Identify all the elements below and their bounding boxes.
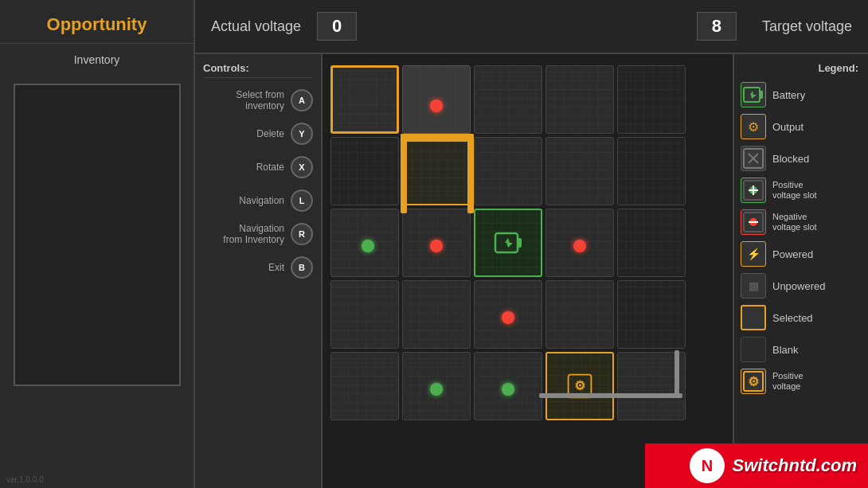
legend-battery: Battery: [741, 82, 862, 107]
controls-panel: Controls: Select frominventory A Delete …: [195, 54, 323, 488]
battery-legend-svg: [742, 84, 764, 106]
cell-2-3[interactable]: [545, 209, 614, 277]
legend-battery-icon: [741, 82, 766, 107]
wire-h-top: [401, 134, 474, 142]
legend-blocked-label: Blocked: [772, 153, 809, 165]
sidebar: Opportunity Inventory ver.1.0.0.0: [0, 0, 195, 488]
control-rotate-label: Rotate: [203, 162, 291, 173]
legend-unpowered: ▦ Unpowered: [741, 273, 862, 299]
legend-neg-slot-icon: [741, 209, 766, 235]
svg-rect-5: [760, 91, 763, 99]
grid: ⚙: [330, 65, 686, 420]
control-navigation-label: Navigation: [203, 195, 291, 206]
circuit-grid: ⚙: [330, 62, 686, 420]
pos-voltage-svg: ⚙: [742, 370, 764, 392]
control-exit-label: Exit: [203, 262, 291, 273]
svg-text:⚙: ⚙: [748, 375, 759, 388]
cell-2-4[interactable]: [617, 209, 686, 277]
controls-title: Controls:: [203, 62, 313, 78]
sidebar-title: Opportunity: [0, 0, 194, 44]
neg-slot-svg: [742, 211, 764, 233]
cell-2-1[interactable]: [402, 209, 471, 277]
wire-v-right: [467, 134, 474, 213]
legend-pos-voltage: ⚙ Positivevoltage: [741, 369, 862, 394]
wire-v-left: [401, 134, 407, 213]
legend-unpowered-label: Unpowered: [772, 280, 826, 292]
control-exit-key[interactable]: B: [291, 256, 313, 279]
control-nav-inventory-key[interactable]: R: [291, 223, 313, 245]
legend-blocked-icon: [741, 146, 766, 171]
control-navigation-key[interactable]: L: [291, 189, 313, 212]
svg-text:⚙: ⚙: [574, 378, 585, 392]
control-navigation: Navigation L: [203, 189, 313, 212]
control-delete-label: Delete: [203, 128, 291, 139]
actual-voltage-value: 0: [317, 12, 357, 41]
grid-area: ⚙: [323, 54, 733, 488]
legend-pos-voltage-label: Positivevoltage: [772, 371, 803, 392]
cell-0-1[interactable]: [402, 65, 471, 134]
cell-4-0[interactable]: [330, 352, 399, 420]
header-bar: Actual voltage 0 8 Target voltage: [195, 0, 868, 54]
cell-4-2[interactable]: [474, 352, 542, 420]
cell-2-0[interactable]: [330, 209, 399, 277]
wire-v-gray-right: [674, 350, 679, 398]
control-delete-key[interactable]: Y: [291, 123, 313, 145]
svg-text:N: N: [701, 457, 712, 474]
pos-slot-svg: [742, 179, 764, 201]
legend-selected: Selected: [741, 305, 862, 330]
cell-1-1[interactable]: [402, 137, 471, 205]
cell-0-3[interactable]: [545, 65, 614, 134]
cell-3-1[interactable]: [402, 280, 471, 349]
control-select: Select frominventory A: [203, 89, 313, 111]
cell-1-3[interactable]: [545, 137, 614, 205]
legend-unpowered-icon: ▦: [741, 273, 766, 299]
legend-output-label: Output: [772, 121, 803, 133]
inventory-button[interactable]: Inventory: [65, 44, 130, 76]
cell-2-2[interactable]: [474, 209, 542, 277]
cell-0-0[interactable]: [330, 65, 399, 134]
cell-1-4[interactable]: [617, 137, 686, 205]
legend-output: ⚙ Output: [741, 114, 862, 139]
cell-3-3[interactable]: [545, 280, 614, 349]
blocked-icon-svg: [742, 147, 764, 170]
legend-powered-icon: ⚡: [741, 241, 766, 267]
target-voltage-label: Target voltage: [762, 18, 852, 35]
target-voltage-value: 8: [697, 12, 737, 41]
cell-1-0[interactable]: [330, 137, 399, 205]
control-delete: Delete Y: [203, 123, 313, 145]
legend-pos-slot-icon: [741, 178, 766, 203]
content-area: Controls: Select frominventory A Delete …: [195, 54, 868, 488]
wire-h-gray: [539, 393, 682, 398]
control-rotate-key[interactable]: X: [291, 156, 313, 178]
cell-0-2[interactable]: [474, 65, 542, 134]
cell-3-0[interactable]: [330, 280, 399, 349]
legend-blank: Blank: [741, 337, 862, 362]
control-exit: Exit B: [203, 256, 313, 279]
control-nav-inventory: Navigationfrom Inventory R: [203, 223, 313, 245]
legend-pos-slot-label: Positivevoltage slot: [772, 180, 817, 201]
cell-4-1[interactable]: [402, 352, 471, 420]
legend-blank-label: Blank: [772, 344, 799, 356]
legend-output-icon: ⚙: [741, 114, 766, 139]
cell-1-2[interactable]: [474, 137, 542, 205]
nintendo-badge: N Switchntd.com: [645, 443, 868, 488]
control-rotate: Rotate X: [203, 156, 313, 178]
cell-0-4[interactable]: [617, 65, 686, 134]
cell-4-3[interactable]: ⚙: [545, 352, 614, 420]
legend-title: Legend:: [741, 62, 862, 74]
legend-selected-label: Selected: [772, 312, 813, 324]
sidebar-inventory-box: [14, 84, 181, 386]
control-nav-inventory-label: Navigationfrom Inventory: [203, 223, 291, 245]
legend-neg-slot-label: Negativevoltage slot: [772, 212, 817, 232]
legend-powered: ⚡ Powered: [741, 241, 862, 267]
control-select-label: Select frominventory: [203, 89, 291, 111]
legend-blocked: Blocked: [741, 146, 862, 171]
legend-battery-label: Battery: [772, 89, 805, 101]
control-select-key[interactable]: A: [291, 89, 313, 111]
legend-blank-icon: [741, 337, 766, 362]
main-area: Actual voltage 0 8 Target voltage Contro…: [195, 0, 868, 488]
switchntd-text: Switchntd.com: [733, 455, 857, 476]
legend-neg-slot: Negativevoltage slot: [741, 209, 862, 235]
cell-3-4[interactable]: [617, 280, 686, 349]
cell-3-2[interactable]: [474, 280, 542, 349]
